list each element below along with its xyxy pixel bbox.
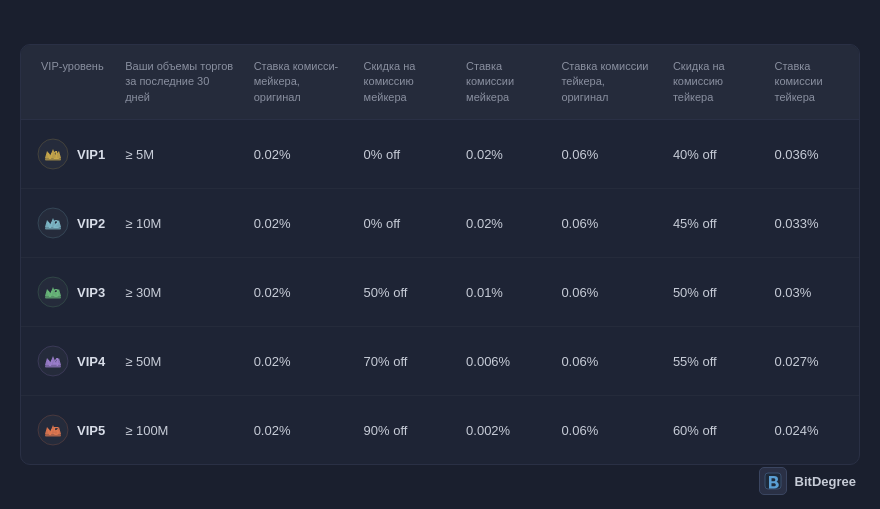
vip-crown-icon: v3 [37,276,69,308]
vip-level-label: VIP1 [77,147,105,162]
taker-discount-cell: 40% off [663,120,765,189]
maker-original-cell: 0.02% [244,327,354,396]
vip-crown-icon: v2 [37,207,69,239]
taker-original-cell: 0.06% [551,189,663,258]
col-header-taker-discount: Скидка на комиссию тейкера [663,45,765,120]
vip-table: VIP-уровень Ваши объемы торгов за послед… [21,45,859,464]
volume-cell: ≥ 30M [115,258,243,327]
maker-rate-cell: 0.002% [456,396,551,465]
maker-original-cell: 0.02% [244,189,354,258]
vip-level-label: VIP3 [77,285,105,300]
maker-discount-cell: 90% off [354,396,456,465]
table-row: v3 VIP3 ≥ 30M 0.02% 50% off 0.01% 0.06% … [21,258,859,327]
taker-discount-cell: 50% off [663,258,765,327]
taker-rate-cell: 0.036% [764,120,859,189]
table-header-row: VIP-уровень Ваши объемы торгов за послед… [21,45,859,120]
vip-cell: v4 VIP4 [21,327,115,396]
col-header-maker-discount: Скидка на комиссию мейкера [354,45,456,120]
svg-rect-5 [45,227,61,230]
vip-level-label: VIP2 [77,216,105,231]
taker-discount-cell: 55% off [663,327,765,396]
volume-cell: ≥ 50M [115,327,243,396]
table-row: v2 VIP2 ≥ 10M 0.02% 0% off 0.02% 0.06% 4… [21,189,859,258]
vip-cell: v2 VIP2 [21,189,115,258]
bitdegree-icon [759,467,787,495]
svg-rect-14 [45,434,61,437]
table-row: v1 VIP1 ≥ 5M 0.02% 0% off 0.02% 0.06% 40… [21,120,859,189]
vip-level-label: VIP5 [77,423,105,438]
col-header-vip: VIP-уровень [21,45,115,120]
vip-crown-icon: v5 [37,414,69,446]
bitdegree-name: BitDegree [795,474,856,489]
taker-original-cell: 0.06% [551,258,663,327]
maker-original-cell: 0.02% [244,120,354,189]
volume-cell: ≥ 100M [115,396,243,465]
maker-rate-cell: 0.006% [456,327,551,396]
vip-crown-icon: v4 [37,345,69,377]
maker-rate-cell: 0.02% [456,120,551,189]
vip-level-label: VIP4 [77,354,105,369]
svg-rect-11 [45,365,61,368]
taker-rate-cell: 0.027% [764,327,859,396]
taker-rate-cell: 0.03% [764,258,859,327]
col-header-taker-rate: Ставка комиссии тейкера [764,45,859,120]
maker-original-cell: 0.02% [244,258,354,327]
vip-cell: v3 VIP3 [21,258,115,327]
volume-cell: ≥ 5M [115,120,243,189]
vip-cell: v5 VIP5 [21,396,115,465]
svg-rect-2 [45,158,61,161]
table-row: v5 VIP5 ≥ 100M 0.02% 90% off 0.002% 0.06… [21,396,859,465]
taker-rate-cell: 0.033% [764,189,859,258]
svg-rect-8 [45,296,61,299]
taker-original-cell: 0.06% [551,396,663,465]
maker-rate-cell: 0.02% [456,189,551,258]
taker-original-cell: 0.06% [551,120,663,189]
taker-discount-cell: 60% off [663,396,765,465]
taker-discount-cell: 45% off [663,189,765,258]
maker-original-cell: 0.02% [244,396,354,465]
maker-discount-cell: 0% off [354,120,456,189]
maker-rate-cell: 0.01% [456,258,551,327]
volume-cell: ≥ 10M [115,189,243,258]
col-header-volume: Ваши объемы торгов за последние 30 дней [115,45,243,120]
vip-crown-icon: v1 [37,138,69,170]
taker-original-cell: 0.06% [551,327,663,396]
maker-discount-cell: 50% off [354,258,456,327]
col-header-taker-original: Ставка комиссии тейкера, оригинал [551,45,663,120]
vip-table-container: VIP-уровень Ваши объемы торгов за послед… [20,44,860,465]
col-header-maker-rate: Ставка комиссии мейкера [456,45,551,120]
bitdegree-branding: BitDegree [759,467,856,495]
vip-cell: v1 VIP1 [21,120,115,189]
taker-rate-cell: 0.024% [764,396,859,465]
table-row: v4 VIP4 ≥ 50M 0.02% 70% off 0.006% 0.06%… [21,327,859,396]
maker-discount-cell: 0% off [354,189,456,258]
col-header-maker-original: Ставка комисси-мейкера, оригинал [244,45,354,120]
maker-discount-cell: 70% off [354,327,456,396]
